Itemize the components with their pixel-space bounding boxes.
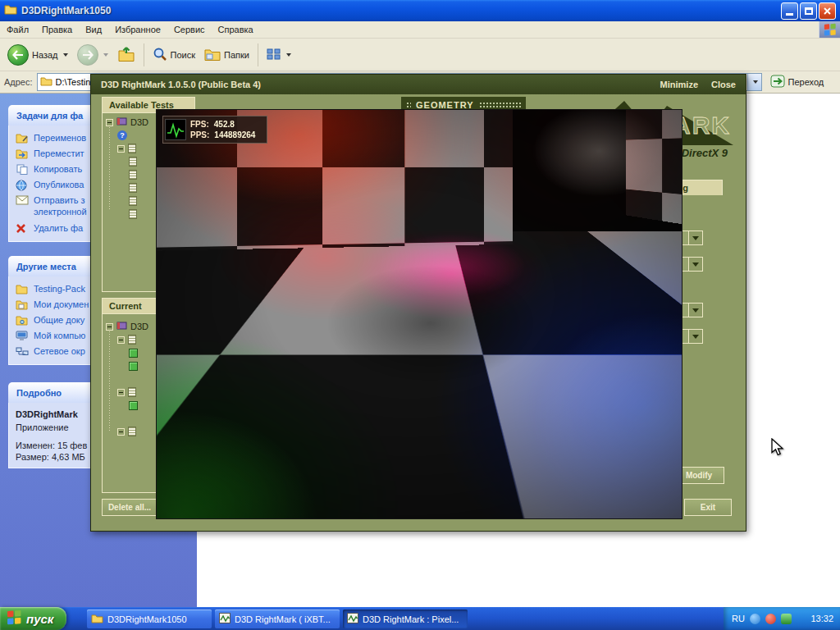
menu-file[interactable]: Файл [0,22,35,37]
network-icon [16,346,29,357]
go-icon [770,75,785,89]
tray-alert-icon[interactable] [765,614,776,624]
render-window: FPS:452.8 PPS:144889264 [156,109,682,519]
tree-node[interactable] [129,399,138,411]
go-button[interactable]: Переход [766,73,829,91]
back-dropdown-icon[interactable] [63,53,68,57]
tree-expander[interactable] [117,428,125,436]
views-dropdown-icon[interactable] [286,53,291,57]
tree-node[interactable]: ? [117,130,127,141]
explorer-titlebar: D3DRightMark1050 [0,0,840,21]
chevron-down-icon [692,335,699,339]
search-button[interactable]: Поиск [148,44,199,66]
folder-up-icon [117,46,135,64]
render-wall-right [626,109,682,241]
tree-node[interactable] [129,360,138,372]
dropdown-button[interactable] [688,329,703,344]
my-documents-icon [16,299,29,310]
views-icon [267,48,281,62]
tree-node[interactable] [129,208,137,220]
app-close-button[interactable]: Close [711,80,736,89]
tree-node[interactable] [129,182,137,194]
geometry-title: GEOMETRY [416,100,474,110]
other-places-title: Другие места [16,262,76,272]
toolbar-separator [258,43,258,66]
tree-node[interactable] [129,169,137,180]
menu-bar: Файл Правка Вид Избранное Сервис Справка [0,21,840,39]
email-icon [16,195,29,206]
tray-update-icon[interactable] [750,614,760,624]
app-minimize-button[interactable]: Minimize [660,80,698,89]
tree-node[interactable] [129,156,137,167]
tree-node-label: D3D [130,117,148,127]
help-icon: ? [117,130,127,140]
up-button[interactable] [113,43,139,66]
tree-node[interactable] [117,386,136,398]
dots-decoration [406,102,411,108]
document-icon [128,427,136,436]
menu-tools[interactable]: Сервис [167,22,212,37]
taskbar-button-explorer[interactable]: D3DRightMark1050 [87,609,212,628]
toolbar: Назад Поиск Папки [0,39,840,71]
render-floor [157,231,682,519]
dropdown-button[interactable] [688,303,703,317]
rightmark-title: D3D RightMark 1.0.5.0 (Public Beta 4) [101,80,647,89]
folders-icon [204,48,221,62]
rightmark-app-icon [219,613,231,625]
tree-expander[interactable] [117,389,125,396]
tree-expander[interactable] [106,323,113,331]
taskbar-button-rightmark[interactable]: D3D RightMark ( iXBT... [215,609,340,628]
rightmark-titlebar: D3D RightMark 1.0.5.0 (Public Beta 4) Mi… [91,75,746,94]
forward-icon [77,44,98,66]
tray-monitor-icon[interactable] [781,614,792,624]
menu-favorites[interactable]: Избранное [108,22,167,37]
folders-button[interactable]: Папки [200,45,253,65]
menu-view[interactable]: Вид [79,22,108,37]
minimize-button[interactable] [781,2,798,20]
toolbar-separator [144,43,144,66]
tree-node[interactable] [117,426,136,437]
forward-button[interactable] [73,42,112,68]
dots-decoration [479,102,521,108]
folders-label: Папки [224,50,249,60]
test-enabled-icon [129,349,138,358]
tree-node-root[interactable]: D3D [106,116,148,128]
pps-line: PPS:144889264 [190,130,255,140]
tree-expander[interactable] [117,145,125,153]
pps-value: 144889264 [214,130,255,139]
folder-icon [91,614,103,625]
test-enabled-icon [129,401,138,410]
chevron-down-icon [692,236,699,240]
menu-edit[interactable]: Правка [35,22,79,37]
fps-graph-icon [165,119,186,140]
start-button[interactable]: пуск [0,607,66,630]
minimize-icon [786,13,793,16]
address-dropdown-button[interactable] [747,74,761,90]
file-tasks-title: Задачи для фа [16,111,83,121]
menu-help[interactable]: Справка [212,22,260,37]
tree-node[interactable] [117,143,136,154]
back-button[interactable]: Назад [3,42,72,68]
explorer-window-icon [4,3,17,18]
tree-node[interactable] [117,334,136,345]
views-button[interactable] [262,45,295,65]
tree-expander[interactable] [106,119,113,126]
close-button[interactable] [819,2,836,20]
restore-button[interactable] [800,2,817,20]
tree-expander[interactable] [117,336,125,344]
document-icon [128,387,136,397]
mouse-cursor [771,438,784,458]
tree-node[interactable] [129,195,137,207]
search-label: Поиск [171,50,195,60]
fps-overlay: FPS:452.8 PPS:144889264 [162,116,267,144]
tree-node[interactable] [129,347,138,358]
exit-button[interactable]: Exit [684,499,732,516]
dropdown-button[interactable] [688,231,703,245]
dropdown-button[interactable] [688,257,703,272]
delete-all-button[interactable]: Delete all... [102,499,158,516]
forward-dropdown-icon [103,53,108,57]
taskbar-button-rightmark-pixel[interactable]: D3D RightMark : Pixel... [343,609,468,628]
shared-documents-icon [16,315,29,326]
tree-node-root[interactable]: D3D [106,321,148,332]
language-indicator[interactable]: RU [732,614,745,623]
